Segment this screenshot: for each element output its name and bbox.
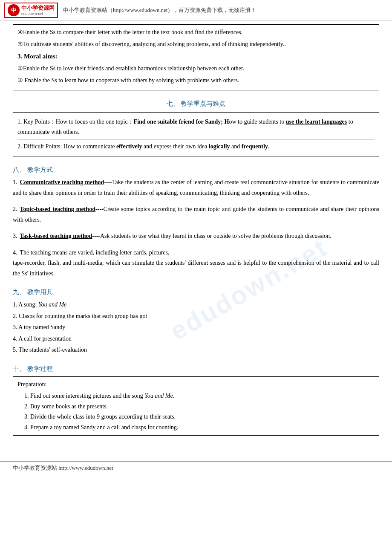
key-bold1: Find one suitable friend for Sandy; H: [134, 119, 229, 125]
diff-text3: and: [230, 143, 242, 150]
item3-text: ----Ask students to use what they learnt…: [92, 233, 331, 239]
diff-end: .: [268, 143, 270, 150]
section10-title: 十、 教学过程: [13, 365, 379, 373]
section9-item3: 3. A toy named Sandy: [13, 322, 379, 333]
section9-item5: 5. The students' self-evaluation: [13, 345, 379, 356]
moral-header: 3. Moral aims:: [17, 51, 375, 62]
top-section: ④Enable the Ss to compare their letter w…: [13, 24, 379, 90]
diff-points-row: 2. Difficult Points: How to communicate …: [17, 140, 375, 154]
item2-bold: Topic-based teaching method: [20, 206, 95, 212]
diff-bold3: frequently: [242, 143, 268, 150]
logo-sub: edudown·net: [21, 11, 55, 16]
logo-icon: 中: [8, 4, 20, 16]
logo-main: 中小学资源网: [21, 5, 55, 12]
prep-item2: Buy some books as the presents.: [30, 402, 375, 412]
diff-text1: How to communicate: [62, 143, 116, 150]
item1-italic: You and Me: [38, 301, 66, 308]
section7-box: 1. Key Points：How to focus on the one to…: [13, 112, 379, 157]
section10-box: Preparation: Find out some interesting p…: [13, 376, 379, 436]
moral-line2: ② Enable the Ss to learn how to cooperat…: [17, 75, 375, 86]
key-text1: How to focus on the one topic：: [56, 119, 134, 125]
top-line2: ⑤To cultivate students' abilities of dis…: [17, 39, 375, 49]
key-bold2: use the learnt languages: [286, 119, 347, 125]
section8-item2: 2.Topic-based teaching method----Create …: [13, 204, 379, 225]
item3-bold: Task-based teaching method: [20, 233, 92, 239]
prep-item3: Divide the whole class into 9 groups acc…: [30, 412, 375, 422]
prep-list: Find out some interesting pictures and t…: [17, 391, 375, 433]
diff-bold2: logically: [209, 143, 230, 150]
item1-label: 1. A song:: [13, 301, 38, 308]
footer-text: 中小学教育资源站 http://www.edudown.net: [13, 465, 113, 471]
section9-title: 九、 教学用具: [13, 288, 379, 296]
section7-title: 七、 教学重点与难点: [13, 100, 379, 108]
item4-text2: tape-recorder, flash, and multi-media, w…: [13, 260, 379, 277]
section9-item4: 4. A call for presentation: [13, 334, 379, 344]
item4-text: The teaching means are varied, including…: [20, 249, 170, 256]
section8-item3: 3.Task-based teaching method----Ask stud…: [13, 231, 379, 242]
item1-bold: Communicative teaching method: [20, 179, 104, 185]
section9-item1: 1. A song: You and Me: [13, 300, 379, 310]
footer: 中小学教育资源站 http://www.edudown.net: [0, 461, 392, 474]
section9-item2: 2. Clasps for counting the marks that ea…: [13, 311, 379, 322]
key-points-row: 1. Key Points：How to focus on the one to…: [17, 115, 375, 140]
section8-item4b: tape-recorder, flash, and multi-media, w…: [13, 258, 379, 279]
prep-item1: Find out some interesting pictures and t…: [30, 391, 375, 402]
top-line1: ④Enable the Ss to compare their letter w…: [17, 27, 375, 38]
diff-text2: and express their own idea: [142, 143, 209, 150]
diff-label: 2. Difficult Points:: [17, 143, 62, 150]
prep-item4: Prepare a toy named Sandy and a call and…: [30, 422, 375, 433]
prep-label: Preparation:: [17, 379, 375, 390]
header: 中 中小学资源网 edudown·net 中小学教育资源站（http://www…: [0, 0, 392, 21]
header-title: 中小学教育资源站（http://www.edudown.net），百万资源免费下…: [63, 6, 256, 14]
key-label: 1. Key Points：: [17, 119, 56, 125]
diff-bold1: effectively: [116, 143, 142, 150]
key-text2: ow to guide students to: [229, 119, 285, 125]
section8-item1: 1.Communicative teaching method----Take …: [13, 177, 379, 198]
logo-box: 中 中小学资源网 edudown·net: [4, 3, 58, 18]
section8-title: 八、 教学方式: [13, 166, 379, 174]
section8-item4a: 4.The teaching means are varied, includi…: [13, 248, 379, 258]
section9-list: 1. A song: You and Me 2. Clasps for coun…: [13, 300, 379, 356]
moral-line1: ①Enable the Ss to love their friends and…: [17, 64, 375, 74]
